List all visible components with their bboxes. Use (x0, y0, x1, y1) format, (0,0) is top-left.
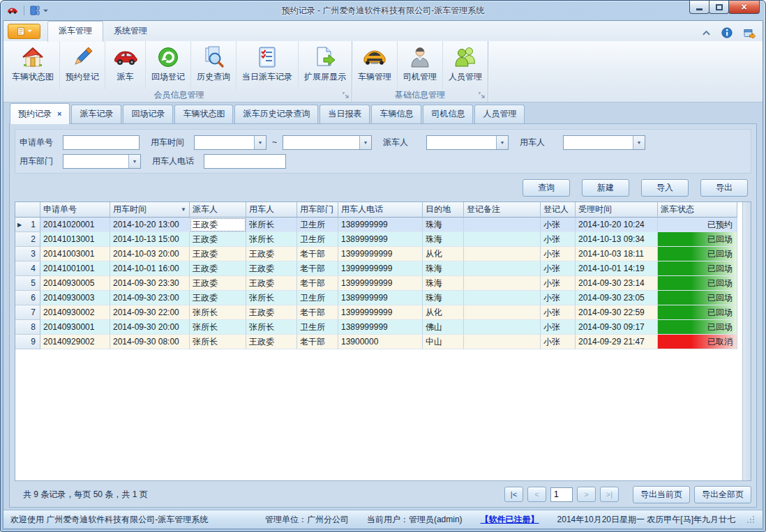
first-page-button[interactable]: |< (504, 487, 523, 502)
cell-dispatcher[interactable]: 王政委 (190, 291, 246, 305)
page-number-input[interactable] (550, 487, 573, 502)
cell-user[interactable]: 张所长 (246, 291, 297, 305)
cell-dest[interactable]: 从化 (423, 305, 464, 320)
cell-use-time[interactable]: 2014-09-30 08:00 (110, 335, 190, 349)
cell-accept-time[interactable]: 2014-10-01 14:19 (576, 261, 658, 276)
export-current-page-button[interactable]: 导出当前页 (633, 486, 690, 503)
cell-dept[interactable]: 卫生所 (297, 232, 338, 247)
cell-dept[interactable]: 老干部 (297, 335, 338, 349)
row-indicator[interactable]: 6 (15, 291, 40, 305)
cell-user[interactable]: 张所长 (246, 320, 297, 335)
cell-use-time[interactable]: 2014-09-30 23:00 (110, 291, 190, 305)
use-time-from-combo[interactable]: ▼ (194, 135, 266, 150)
row-indicator[interactable]: 9 (15, 335, 40, 349)
new-button[interactable]: 新建 (582, 179, 629, 197)
cell-user[interactable]: 张所长 (246, 232, 297, 247)
cell-dept[interactable]: 卫生所 (297, 320, 338, 335)
cell-user[interactable]: 王政委 (246, 276, 297, 291)
cell-dept[interactable]: 卫生所 (297, 291, 338, 305)
cell-dept[interactable]: 老干部 (297, 247, 338, 261)
cell-phone[interactable]: 13999999999 (338, 305, 423, 320)
cell-accept-time[interactable]: 2014-10-03 18:11 (576, 247, 658, 261)
cell-use-time[interactable]: 2014-10-20 13:00 (110, 218, 190, 232)
ribbon-button-司机管理[interactable]: 司机管理 (398, 41, 443, 89)
dispatcher-combo[interactable]: ▼ (426, 135, 509, 150)
row-indicator[interactable]: ▶1 (15, 218, 40, 232)
close-tab-icon[interactable]: × (57, 110, 61, 118)
cell-remark[interactable] (464, 218, 541, 232)
cell-accept-time[interactable]: 2014-10-20 10:24 (576, 218, 658, 232)
license-link[interactable]: 【软件已注册】 (481, 514, 539, 526)
ribbon-tab-系统管理[interactable]: 系统管理 (103, 22, 158, 41)
column-header-目的地[interactable]: 目的地 (423, 202, 464, 218)
ribbon-button-人员管理[interactable]: 人员管理 (443, 41, 488, 89)
cell-apply-no[interactable]: 20141020001 (40, 218, 110, 232)
cell-phone[interactable]: 1389999999 (338, 232, 423, 247)
grid-row-7[interactable]: 7201409300022014-09-30 22:00张所长王政委老干部139… (15, 305, 737, 320)
cell-registrar[interactable]: 小张 (541, 291, 576, 305)
cell-accept-time[interactable]: 2014-09-30 23:14 (576, 276, 658, 291)
cell-phone[interactable]: 1389999999 (338, 291, 423, 305)
cell-user[interactable]: 王政委 (246, 305, 297, 320)
cell-registrar[interactable]: 小张 (541, 261, 576, 276)
column-header-派车状态[interactable]: 派车状态 (658, 202, 737, 218)
import-button[interactable]: 导入 (641, 179, 689, 197)
cell-apply-no[interactable]: 20140930002 (40, 305, 110, 320)
row-indicator[interactable]: 8 (15, 320, 40, 335)
dept-combo[interactable]: ▼ (63, 154, 141, 169)
next-page-button[interactable]: > (577, 487, 596, 502)
grid-row-4[interactable]: 4201410010012014-10-01 16:00王政委王政委老干部139… (15, 261, 737, 276)
doc-tab-预约记录[interactable]: 预约记录× (10, 103, 70, 124)
column-header-派车人[interactable]: 派车人 (190, 202, 246, 218)
ribbon-button-历史查询[interactable]: 历史查询 (191, 41, 236, 89)
column-header-用车人[interactable]: 用车人 (246, 202, 297, 218)
cell-dest[interactable]: 佛山 (423, 320, 464, 335)
row-indicator[interactable]: 3 (15, 247, 40, 261)
cell-dispatcher[interactable]: 张所长 (190, 335, 246, 349)
cell-remark[interactable] (464, 232, 541, 247)
grid-row-6[interactable]: 6201409300032014-09-30 23:00王政委张所长卫生所138… (15, 291, 737, 305)
cell-status[interactable]: 已回场 (658, 247, 737, 261)
use-time-to-combo[interactable]: ▼ (283, 135, 372, 150)
cell-registrar[interactable]: 小张 (541, 276, 576, 291)
column-header-登记备注[interactable]: 登记备注 (464, 202, 541, 218)
vertical-scrollbar[interactable] (742, 202, 751, 480)
grid-row-2[interactable]: 2201410130012014-10-13 15:00王政委张所长卫生所138… (15, 232, 737, 247)
cell-use-time[interactable]: 2014-09-30 23:30 (110, 276, 190, 291)
cell-dest[interactable]: 珠海 (423, 276, 464, 291)
last-page-button[interactable]: >| (600, 487, 619, 502)
ribbon-button-回场登记[interactable]: 回场登记 (146, 41, 191, 89)
cell-phone[interactable]: 1389999999 (338, 320, 423, 335)
row-indicator[interactable]: 4 (15, 261, 40, 276)
query-button[interactable]: 查询 (523, 179, 570, 197)
column-header-登记人[interactable]: 登记人 (541, 202, 576, 218)
column-header-用车人电话[interactable]: 用车人电话 (338, 202, 423, 218)
resize-grip[interactable] (746, 515, 756, 524)
cell-status[interactable]: 已预约 (658, 218, 737, 232)
cell-user[interactable]: 王政委 (246, 261, 297, 276)
cell-remark[interactable] (464, 291, 541, 305)
ribbon-tab-派车管理[interactable]: 派车管理 (47, 21, 103, 42)
cell-use-time[interactable]: 2014-10-03 20:00 (110, 247, 190, 261)
doc-tab-派车记录[interactable]: 派车记录 (71, 105, 121, 123)
cell-status[interactable]: 已回场 (658, 261, 737, 276)
cell-registrar[interactable]: 小张 (541, 335, 576, 349)
cell-apply-no[interactable]: 20140930001 (40, 320, 110, 335)
grid-row-1[interactable]: ▶1201410200012014-10-20 13:00王政委张所长卫生所13… (15, 218, 737, 232)
prev-page-button[interactable]: < (527, 487, 546, 502)
column-header-用车部门[interactable]: 用车部门 (297, 202, 338, 218)
cell-apply-no[interactable]: 20141001001 (40, 261, 110, 276)
cell-apply-no[interactable]: 20140930005 (40, 276, 110, 291)
cell-remark[interactable] (464, 320, 541, 335)
cell-dispatcher[interactable]: 王政委 (190, 232, 246, 247)
cell-dept[interactable]: 老干部 (297, 305, 338, 320)
cell-use-time[interactable]: 2014-09-30 20:00 (110, 320, 190, 335)
application-menu-button[interactable] (8, 24, 40, 39)
minimize-button[interactable] (689, 1, 709, 14)
cell-remark[interactable] (464, 247, 541, 261)
column-header-申请单号[interactable]: 申请单号 (40, 202, 110, 218)
cell-accept-time[interactable]: 2014-09-30 09:17 (576, 320, 658, 335)
dialog-launcher-icon[interactable] (343, 92, 350, 99)
cell-status[interactable]: 已回场 (658, 276, 737, 291)
cell-dest[interactable]: 珠海 (423, 218, 464, 232)
